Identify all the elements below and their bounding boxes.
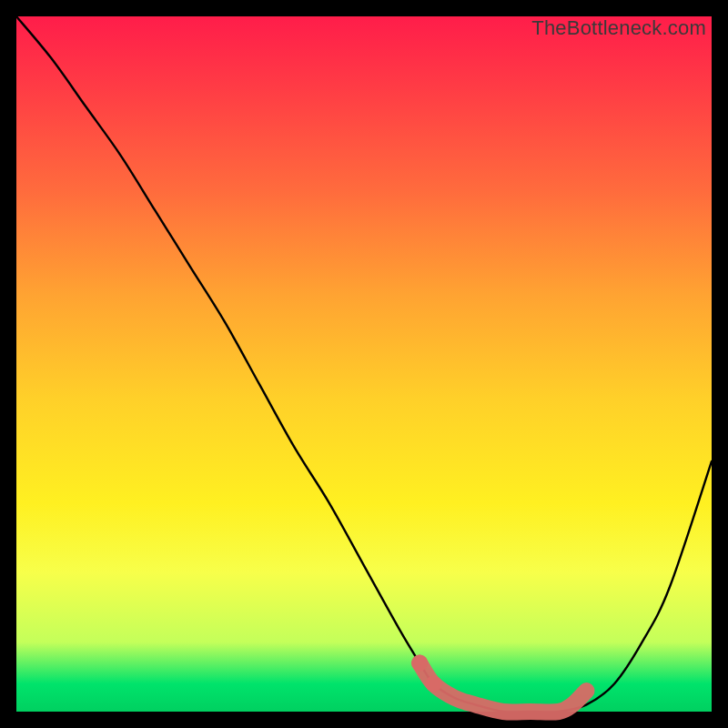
chart-frame: TheBottleneck.com bbox=[16, 16, 712, 712]
highlight-dot-1 bbox=[411, 655, 428, 672]
bottleneck-curve bbox=[16, 16, 712, 713]
highlight-band bbox=[420, 663, 586, 713]
highlight-dot-2 bbox=[425, 675, 441, 692]
watermark-label: TheBottleneck.com bbox=[531, 16, 706, 40]
bottleneck-curve-svg bbox=[16, 16, 712, 712]
